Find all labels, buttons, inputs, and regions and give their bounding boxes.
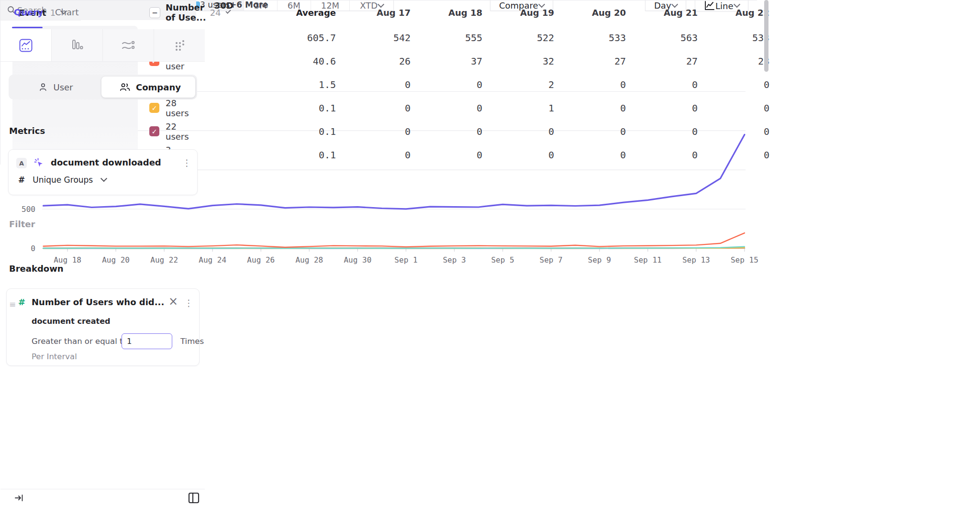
average-value: 0.1 <box>249 143 336 166</box>
line-chart-icon <box>19 39 33 52</box>
cell-value: 0 <box>631 120 698 143</box>
cell-value: 0 <box>415 143 482 166</box>
cell-value: 0 <box>559 96 626 120</box>
svg-text:Sep 11: Sep 11 <box>634 255 662 265</box>
metrics-heading: Metrics <box>9 126 45 136</box>
bar-chart-icon <box>70 39 84 52</box>
cell-value: 522 <box>487 26 554 49</box>
user-company-toggle: User Company <box>9 75 197 99</box>
cell-value: 1 <box>487 96 554 120</box>
frozen-column-divider <box>0 0 0 165</box>
svg-text:Sep 9: Sep 9 <box>588 255 611 265</box>
svg-text:Aug 30: Aug 30 <box>344 255 371 265</box>
average-value: 0.1 <box>249 96 336 120</box>
cell-value: 28 <box>702 49 769 73</box>
collapse-panel-icon[interactable] <box>14 493 24 503</box>
cell-value: 0 <box>415 120 482 143</box>
cell-value: 533 <box>559 26 626 49</box>
tab-chart[interactable]: Chart <box>55 7 78 17</box>
average-value: 605.7 <box>249 26 336 49</box>
chevron-down-icon <box>225 9 231 14</box>
breakdown-kebab-menu[interactable]: ⋮ <box>184 298 193 308</box>
svg-text:Sep 1: Sep 1 <box>394 255 417 265</box>
svg-text:Sep 13: Sep 13 <box>682 255 710 265</box>
cell-value: 0 <box>702 120 769 143</box>
svg-text:Sep 15: Sep 15 <box>731 255 758 265</box>
breakdown-card: ≡ # Number of Users who did... × ⋮ docum… <box>6 288 200 366</box>
breakdown-event-name[interactable]: document created <box>32 317 110 326</box>
cell-value: 0 <box>344 73 411 96</box>
average-value: 1.5 <box>249 73 336 96</box>
cell-value: 563 <box>631 26 698 49</box>
toggle-option-company[interactable]: Company <box>103 75 197 99</box>
metric-kebab-menu[interactable]: ⋮ <box>182 157 191 168</box>
condition-unit-label: Times <box>180 337 204 346</box>
number-property-icon: # <box>18 297 25 307</box>
chart-type-switcher <box>0 29 205 62</box>
breakdown-heading: Breakdown <box>9 264 64 274</box>
cell-value: 26 <box>344 49 411 73</box>
table-scrollbar[interactable] <box>764 0 768 72</box>
cell-value: 27 <box>559 49 626 73</box>
chart-type-line-tab[interactable] <box>0 29 52 61</box>
cell-value: 0 <box>559 143 626 166</box>
header-underline <box>0 0 757 0</box>
select-all-checkbox[interactable]: − <box>149 7 160 18</box>
cell-value: 555 <box>415 26 482 49</box>
cell-value: 542 <box>344 26 411 49</box>
chart-type-scatter-tab[interactable] <box>154 29 205 61</box>
series-label: 22 users <box>166 120 189 143</box>
cell-value: 0 <box>631 143 698 166</box>
cell-value: 0 <box>702 96 769 120</box>
drag-handle-icon[interactable]: ≡ <box>9 299 16 309</box>
cell-value: 0 <box>487 120 554 143</box>
date-column-header: Aug 21 <box>631 0 698 25</box>
row-checkbox[interactable]: ✓ <box>149 103 159 113</box>
cell-value: 533 <box>702 26 769 49</box>
split-view-icon[interactable] <box>187 491 201 505</box>
breakdown-title[interactable]: Number of Users who did... <box>32 297 170 307</box>
metric-card: A document downloaded ⋮ # Unique Groups <box>8 149 198 195</box>
company-icon <box>119 82 131 92</box>
cell-value: 27 <box>631 49 698 73</box>
svg-text:Aug 20: Aug 20 <box>102 255 130 265</box>
svg-text:Sep 5: Sep 5 <box>491 255 514 265</box>
cell-value: 0 <box>415 96 482 120</box>
cell-value: 0 <box>702 143 769 166</box>
per-interval-label: Per Interval <box>32 352 77 361</box>
average-value: 0.1 <box>249 120 336 143</box>
scatter-grid-icon <box>173 39 186 52</box>
row-checkbox[interactable]: ✓ <box>149 126 159 136</box>
breakdown-condition-label: Greater than or equal to <box>32 337 128 346</box>
series-count: 24 <box>210 8 221 18</box>
svg-text:0: 0 <box>31 244 35 253</box>
series-column-header[interactable]: Number of Use... 24 <box>166 0 230 25</box>
user-icon <box>38 82 48 92</box>
chart-type-bar-tab[interactable] <box>52 29 103 61</box>
toggle-company-label: Company <box>136 82 181 92</box>
cell-value: 0 <box>631 73 698 96</box>
svg-text:Aug 24: Aug 24 <box>199 255 226 265</box>
metric-aggregation-dropdown[interactable]: # Unique Groups <box>18 175 106 185</box>
active-tab-underline <box>12 27 43 28</box>
cell-value: 37 <box>415 49 482 73</box>
close-icon[interactable]: × <box>168 296 178 307</box>
average-value: 40.6 <box>249 49 336 73</box>
metric-name[interactable]: document downloaded <box>51 157 161 167</box>
chart-type-flow-tab[interactable] <box>103 29 154 61</box>
cell-value: 0 <box>344 120 411 143</box>
cell-value: 0 <box>631 96 698 120</box>
date-column-header: Aug 22 <box>702 0 769 25</box>
hash-icon: # <box>18 175 25 185</box>
svg-text:Aug 26: Aug 26 <box>247 255 275 265</box>
panel-footer <box>0 489 205 507</box>
cell-value: 0 <box>487 143 554 166</box>
series-label: 28 users <box>166 96 189 120</box>
toggle-option-user[interactable]: User <box>9 75 103 99</box>
condition-value-input[interactable] <box>122 333 172 349</box>
chevron-down-icon <box>100 175 107 182</box>
date-column-header: Aug 19 <box>487 0 554 25</box>
tab-query[interactable]: Query <box>14 7 43 17</box>
svg-text:Sep 3: Sep 3 <box>443 255 466 265</box>
flow-icon <box>121 39 135 52</box>
